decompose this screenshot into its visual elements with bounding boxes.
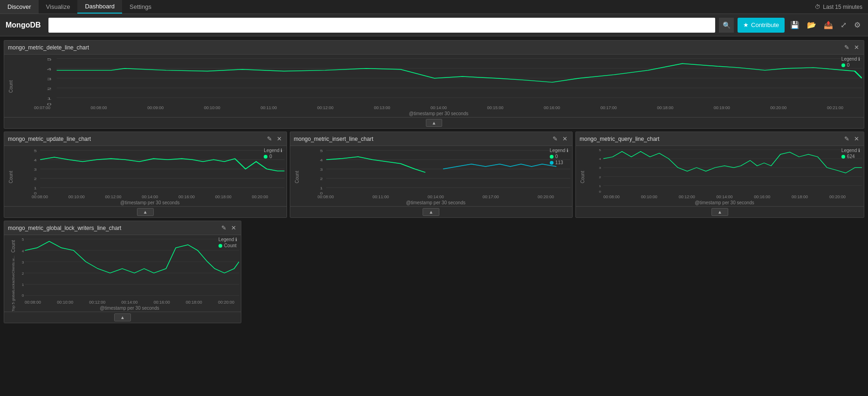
- insert-legend: Legend ℹ 0 113: [550, 148, 568, 165]
- insert-chart-expand[interactable]: ▲: [423, 208, 439, 216]
- toolbar: MongoDB 🔍 ★ Contribute 💾 📂 📤 ⤢ ⚙: [0, 14, 868, 36]
- query-chart-edit[interactable]: ✎: [843, 135, 850, 142]
- svg-text:2: 2: [22, 271, 24, 275]
- insert-chart-body: Legend ℹ 0 113 Count: [290, 146, 573, 206]
- global-lock-chart-body: Legend ℹ Count Count Top 5 globalLockact…: [4, 235, 241, 312]
- global-lock-chart-title: mongo_metric_global_lock_writers_line_ch…: [8, 225, 121, 231]
- update-x-label: @timestamp per 30 seconds: [15, 199, 285, 206]
- delete-y-axis: Count: [6, 56, 15, 117]
- global-lock-y-axes: Count Top 5 globalLockactiveClients.w...: [6, 237, 20, 312]
- delete-chart-area: Count 5 4: [6, 56, 862, 117]
- global-lock-chart-svg: 5 4 3 2 1 0: [20, 237, 239, 300]
- clock-icon: ⏱: [815, 4, 820, 10]
- update-x-ticks: 00:08:0000:10:0000:12:0000:14:0000:16:00…: [15, 195, 285, 199]
- query-chart-area: Count 5 4 3: [578, 148, 862, 206]
- share-button[interactable]: 📤: [822, 19, 835, 31]
- search-input[interactable]: [48, 18, 715, 33]
- svg-text:1: 1: [34, 187, 37, 190]
- app-title: MongoDB: [6, 21, 41, 29]
- update-chart-panel: mongo_metric_update_line_chart ✎ ✕ Legen…: [4, 132, 287, 218]
- update-legend: Legend ℹ 0: [264, 148, 282, 159]
- query-chart-header: mongo_metric_query_line_chart ✎ ✕: [576, 132, 864, 146]
- delete-chart-footer: ▲: [4, 117, 864, 128]
- query-svg-wrapper: 5 4 3 2 1 0: [587, 148, 862, 195]
- update-chart-expand[interactable]: ▲: [137, 208, 154, 216]
- query-chart-expand[interactable]: ▲: [711, 208, 728, 216]
- contribute-button[interactable]: ★ Contribute: [738, 18, 785, 33]
- delete-chart-inner: 5 4 3 2 1 0 00:07:: [15, 56, 862, 117]
- svg-text:3: 3: [34, 168, 37, 172]
- global-lock-chart-area: Count Top 5 globalLockactiveClients.w...: [6, 237, 239, 312]
- insert-chart-svg: 5 4 3 2 1 0: [301, 148, 571, 195]
- open-button[interactable]: 📂: [805, 19, 818, 31]
- query-chart-panel: mongo_metric_query_line_chart ✎ ✕ Legend…: [575, 132, 864, 218]
- global-lock-y-axis: Count: [8, 237, 18, 256]
- insert-x-label: @timestamp per 30 seconds: [301, 199, 571, 206]
- update-chart-close[interactable]: ✕: [276, 135, 283, 142]
- query-chart-inner: 5 4 3 2 1 0 00:08:0000:10:0000:12:0000:1…: [587, 148, 862, 206]
- global-lock-chart-expand[interactable]: ▲: [114, 313, 131, 321]
- update-chart-body: Legend ℹ 0 Count: [4, 146, 287, 206]
- svg-text:1: 1: [320, 187, 322, 190]
- svg-text:5: 5: [47, 57, 52, 61]
- delete-chart-expand[interactable]: ▲: [426, 119, 443, 127]
- query-chart-close[interactable]: ✕: [853, 135, 860, 142]
- svg-text:0: 0: [320, 192, 322, 195]
- global-lock-chart-close[interactable]: ✕: [230, 224, 237, 231]
- main-content: mongo_metric_delete_line_chart ✎ ✕ Legen…: [0, 36, 868, 396]
- global-lock-chart-footer: ▲: [4, 312, 241, 323]
- delete-svg-wrapper: 5 4 3 2 1 0: [15, 56, 862, 105]
- insert-chart-header: mongo_metric_insert_line_chart ✎ ✕: [290, 132, 573, 146]
- global-lock-chart-header: mongo_metric_global_lock_writers_line_ch…: [4, 221, 241, 235]
- svg-text:0: 0: [34, 192, 37, 195]
- time-display: ⏱ Last 15 minutes: [815, 4, 868, 10]
- delete-chart-edit[interactable]: ✎: [843, 44, 850, 51]
- update-svg-wrapper: 5 4 3 2 1 0: [15, 148, 285, 195]
- global-lock-svg-wrapper: 5 4 3 2 1 0: [20, 237, 239, 300]
- delete-chart-svg: 5 4 3 2 1 0: [15, 56, 862, 105]
- svg-text:2: 2: [599, 175, 601, 179]
- insert-chart-inner: 5 4 3 2 1 0: [301, 148, 571, 206]
- search-button[interactable]: 🔍: [719, 18, 734, 33]
- update-chart-svg: 5 4 3 2 1 0: [15, 148, 285, 195]
- svg-text:1: 1: [47, 97, 52, 100]
- svg-text:3: 3: [22, 260, 24, 264]
- delete-x-ticks: 00:07:0000:08:0000:09:0000:10:0000:11:00…: [15, 105, 862, 110]
- update-chart-area: Count 5 4 3: [6, 148, 285, 206]
- nav-dashboard[interactable]: Dashboard: [77, 0, 122, 14]
- svg-text:0: 0: [599, 190, 601, 194]
- insert-chart-edit[interactable]: ✎: [552, 135, 559, 142]
- global-lock-x-label: @timestamp per 30 seconds: [20, 305, 239, 312]
- update-chart-title: mongo_metric_update_line_chart: [8, 136, 91, 142]
- settings-button[interactable]: ⚙: [852, 19, 862, 31]
- global-lock-x-ticks: 00:08:0000:10:0000:12:0000:14:0000:16:00…: [20, 300, 239, 305]
- update-chart-header: mongo_metric_update_line_chart ✎ ✕: [4, 132, 287, 146]
- query-x-ticks: 00:08:0000:10:0000:12:0000:14:0000:16:00…: [587, 195, 862, 199]
- insert-svg-wrapper: 5 4 3 2 1 0: [301, 148, 571, 195]
- insert-chart-title: mongo_metric_insert_line_chart: [294, 136, 374, 142]
- query-chart-body: Legend ℹ 624 Count: [576, 146, 864, 206]
- update-chart-footer: ▲: [4, 206, 287, 217]
- svg-text:2: 2: [34, 177, 37, 181]
- svg-text:2: 2: [320, 177, 322, 181]
- save-button[interactable]: 💾: [788, 19, 801, 31]
- insert-y-axis: Count: [292, 148, 301, 206]
- query-legend: Legend ℹ 624: [841, 148, 860, 159]
- nav-discover[interactable]: Discover: [0, 0, 39, 14]
- global-lock-chart-edit[interactable]: ✎: [220, 224, 227, 231]
- delete-chart-header: mongo_metric_delete_line_chart ✎ ✕: [4, 41, 864, 55]
- delete-chart-close[interactable]: ✕: [853, 44, 860, 51]
- svg-text:0: 0: [22, 294, 24, 298]
- svg-text:3: 3: [320, 168, 322, 172]
- svg-text:0: 0: [47, 102, 52, 105]
- svg-text:5: 5: [320, 149, 322, 153]
- nav-settings[interactable]: Settings: [122, 0, 159, 14]
- zoom-button[interactable]: ⤢: [839, 19, 848, 31]
- query-x-label: @timestamp per 30 seconds: [587, 199, 862, 206]
- nav-visualize[interactable]: Visualize: [39, 0, 78, 14]
- insert-chart-close[interactable]: ✕: [561, 135, 568, 142]
- insert-chart-panel: mongo_metric_insert_line_chart ✎ ✕ Legen…: [290, 132, 573, 218]
- update-chart-edit[interactable]: ✎: [266, 135, 273, 142]
- insert-x-ticks: 00:08:0000:11:0000:14:0000:17:0000:20:00: [301, 195, 571, 199]
- global-lock-chart-inner: 5 4 3 2 1 0 00:08:0000:10:0000:12:0000:1…: [20, 237, 239, 312]
